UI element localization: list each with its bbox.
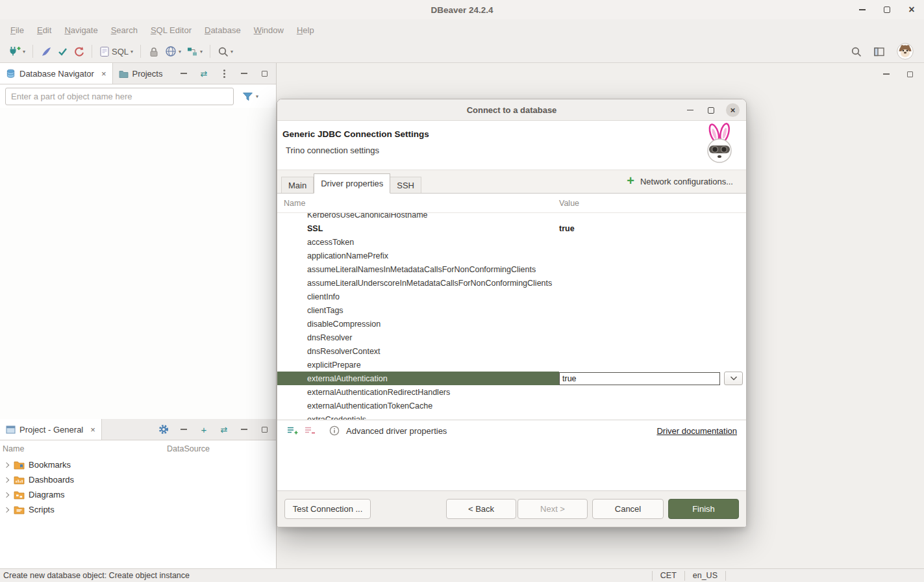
lock-button[interactable] xyxy=(145,43,162,60)
tree-item-bookmarks[interactable]: Bookmarks xyxy=(0,457,276,472)
expander-icon[interactable] xyxy=(4,507,9,512)
close-tab-icon[interactable]: × xyxy=(101,69,106,79)
menu-database[interactable]: Database xyxy=(198,22,247,38)
value-editor-input[interactable] xyxy=(559,372,720,385)
diagrams-folder-icon xyxy=(14,490,25,500)
maximize-view-icon[interactable] xyxy=(905,69,915,79)
expander-icon[interactable] xyxy=(4,462,9,467)
toolbar-separator xyxy=(140,45,141,58)
maximize-icon[interactable] xyxy=(881,4,893,16)
menu-navigate[interactable]: Navigate xyxy=(58,22,104,38)
sql-editor-button[interactable]: SQL ▾ xyxy=(97,43,136,60)
menu-edit[interactable]: Edit xyxy=(31,22,58,38)
expand-all-icon[interactable]: + xyxy=(199,424,209,435)
combo-dropdown-button[interactable] xyxy=(724,372,743,385)
minimize-view-icon[interactable] xyxy=(239,424,249,435)
table-row[interactable]: disableCompression xyxy=(277,317,746,331)
value-editor xyxy=(559,372,746,385)
project-tabbar: Project - General × + ⇄ xyxy=(0,419,276,440)
table-row[interactable]: SSL true xyxy=(277,221,746,235)
test-connection-button[interactable]: Test Connection ... xyxy=(284,499,371,519)
tab-main[interactable]: Main xyxy=(281,177,314,193)
new-connection-button[interactable]: ▾ xyxy=(5,43,28,60)
table-row[interactable]: KerberosUseCanonicalHostname xyxy=(277,213,746,221)
diagram-button[interactable]: ▾ xyxy=(184,43,205,60)
minimize-icon[interactable] xyxy=(684,105,696,116)
link-with-editor-icon[interactable]: ⇄ xyxy=(199,68,209,79)
filter-button[interactable]: ▾ xyxy=(242,92,258,101)
menu-help[interactable]: Help xyxy=(290,22,321,38)
tree-item-diagrams[interactable]: Diagrams xyxy=(0,487,276,502)
close-icon[interactable]: × xyxy=(906,4,918,16)
close-icon[interactable]: × xyxy=(726,103,740,117)
navigator-tree[interactable] xyxy=(0,108,276,419)
search-dropdown-button[interactable]: ▾ xyxy=(215,43,236,60)
table-row[interactable]: accessToken xyxy=(277,235,746,249)
dialog-title: Connect to a database xyxy=(467,105,557,115)
table-row[interactable]: clientTags xyxy=(277,303,746,317)
plus-icon: + xyxy=(627,174,634,187)
link-with-editor-icon[interactable]: ⇄ xyxy=(219,424,229,435)
menu-window[interactable]: Window xyxy=(247,22,290,38)
menu-sql-editor[interactable]: SQL Editor xyxy=(144,22,198,38)
maximize-icon[interactable] xyxy=(705,105,717,116)
table-row-selected[interactable]: externalAuthentication xyxy=(277,372,746,385)
tab-ssh[interactable]: SSH xyxy=(390,177,421,193)
table-row[interactable]: extraCredentials xyxy=(277,412,746,420)
user-avatar[interactable] xyxy=(897,43,914,60)
tab-driver-properties[interactable]: Driver properties xyxy=(314,173,390,194)
collapse-all-icon[interactable] xyxy=(179,68,189,79)
expander-icon[interactable] xyxy=(4,477,9,482)
next-button: Next > xyxy=(518,499,588,519)
remove-property-button[interactable] xyxy=(304,425,316,436)
table-row[interactable]: applicationNamePrefix xyxy=(277,249,746,262)
table-row[interactable]: assumeLiteralUnderscoreInMetadataCallsFo… xyxy=(277,276,746,290)
minimize-view-icon[interactable] xyxy=(881,69,892,79)
tree-item-dashboards[interactable]: Dashboards xyxy=(0,472,276,487)
table-row[interactable]: assumeLiteralNamesInMetadataCallsForNonC… xyxy=(277,262,746,276)
tab-database-navigator[interactable]: Database Navigator × xyxy=(0,63,113,84)
left-panel-column: Database Navigator × Projects ⇄ ▾ xyxy=(0,63,277,568)
tree-item-label: Dashboards xyxy=(29,475,74,485)
browser-button[interactable]: ▾ xyxy=(162,43,184,60)
collapse-all-icon[interactable] xyxy=(179,424,189,435)
connect-dialog: Connect to a database × Generic JDBC Con… xyxy=(277,99,747,527)
view-menu-icon[interactable] xyxy=(219,68,229,79)
table-row[interactable]: externalAuthenticationRedirectHandlers xyxy=(277,385,746,399)
close-tab-icon[interactable]: × xyxy=(90,425,95,435)
expander-icon[interactable] xyxy=(4,492,9,497)
rollback-button[interactable] xyxy=(71,43,87,60)
finish-button[interactable]: Finish xyxy=(668,499,739,519)
tab-projects[interactable]: Projects xyxy=(113,63,169,84)
object-search-input[interactable] xyxy=(5,88,234,105)
status-message: Create new database object: Create objec… xyxy=(3,571,190,580)
table-row[interactable]: externalAuthenticationTokenCache xyxy=(277,399,746,412)
dialog-header-title: Generic JDBC Connection Settings xyxy=(282,129,736,139)
table-row[interactable]: dnsResolverContext xyxy=(277,344,746,358)
statusbar: Create new database object: Create objec… xyxy=(0,568,924,582)
table-row[interactable]: clientInfo xyxy=(277,290,746,303)
search-icon xyxy=(218,46,229,57)
tree-item-scripts[interactable]: Scripts xyxy=(0,502,276,517)
commit-button[interactable] xyxy=(55,43,71,60)
menu-search[interactable]: Search xyxy=(105,22,144,38)
table-row[interactable]: dnsResolver xyxy=(277,331,746,344)
gear-icon[interactable] xyxy=(158,424,169,435)
network-configurations-button[interactable]: + Network configurations... xyxy=(627,170,742,193)
perspective-icon[interactable] xyxy=(873,46,885,57)
maximize-view-icon[interactable] xyxy=(259,68,269,79)
tab-project-general[interactable]: Project - General × xyxy=(0,419,102,440)
minimize-view-icon[interactable] xyxy=(239,68,249,79)
driver-documentation-link[interactable]: Driver documentation xyxy=(656,426,737,436)
menu-file[interactable]: File xyxy=(4,22,31,38)
bookmarks-folder-icon xyxy=(14,461,25,470)
table-row[interactable]: explicitPrepare xyxy=(277,358,746,372)
minimize-icon[interactable] xyxy=(856,4,868,16)
cancel-button[interactable]: Cancel xyxy=(592,499,664,519)
search-icon[interactable] xyxy=(851,46,862,57)
maximize-view-icon[interactable] xyxy=(259,424,269,435)
back-button[interactable]: < Back xyxy=(446,499,516,519)
auto-commit-button[interactable] xyxy=(38,43,55,60)
add-property-button[interactable] xyxy=(286,425,298,436)
properties-table-header: Name Value xyxy=(277,194,746,213)
